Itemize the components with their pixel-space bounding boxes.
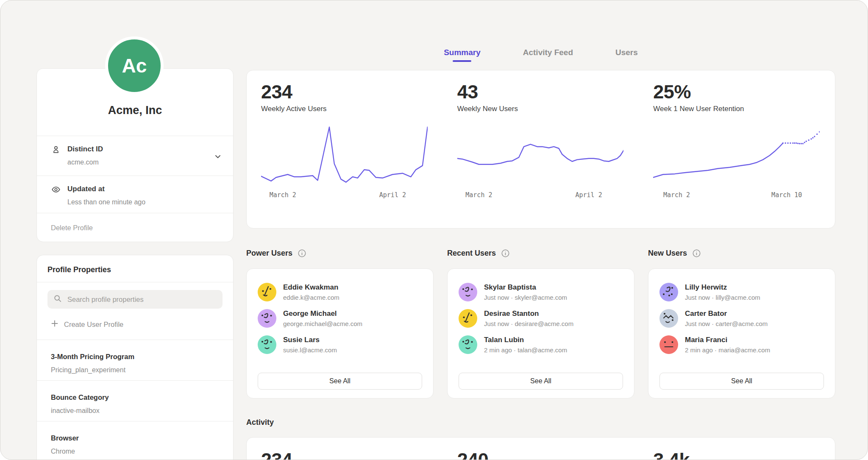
x-axis: March 2March 10	[653, 191, 820, 202]
search-profile-properties[interactable]	[47, 290, 223, 309]
user-name: Eddie Kwakman	[283, 283, 339, 292]
x-axis-label: March 10	[771, 191, 802, 199]
profile-tabs: Summary Activity Feed Users	[246, 48, 835, 62]
power-users-card: Eddie Kwakman eddie.k@acme.com George Mi…	[246, 268, 434, 399]
x-axis-label: April 2	[575, 191, 602, 199]
profile-property-item: Browser Chrome	[37, 421, 233, 460]
avatar-face-icon	[258, 309, 276, 328]
plus-icon	[51, 320, 58, 329]
user-row[interactable]: Desirae Stanton Just now · desirare@acme…	[459, 309, 623, 328]
company-avatar: Ac	[105, 36, 164, 95]
new-users-card: Lilly Herwitz Just now · lilly@acme.com …	[648, 268, 835, 399]
retention-chart	[653, 123, 820, 186]
user-row[interactable]: Maria Franci 2 min ago · maria@acme.com	[659, 335, 824, 354]
user-name: George Michael	[283, 309, 362, 318]
retention-stat: 25% Week 1 New User Retention March 2Mar…	[639, 81, 835, 228]
recent-users-card: Skylar Baptista Just now · skyler@acme.c…	[447, 268, 634, 399]
x-axis-label: March 2	[465, 191, 492, 199]
chevron-down-icon[interactable]	[213, 151, 223, 162]
user-row[interactable]: Talan Lubin 2 min ago · talan@acme.com	[459, 335, 623, 354]
search-icon	[53, 294, 62, 304]
stat-label: Weekly New Users	[457, 105, 624, 113]
property-label: 3-Month Pricing Program	[51, 352, 223, 361]
user-row[interactable]: Skylar Baptista Just now · skyler@acme.c…	[459, 283, 623, 301]
tab-users[interactable]: Users	[615, 48, 638, 62]
weekly-active-users-chart	[261, 123, 428, 186]
user-row[interactable]: Eddie Kwakman eddie.k@acme.com	[258, 283, 422, 301]
property-value: Pricing_plan_experiment	[51, 366, 223, 374]
property-label: Bounce Category	[51, 393, 223, 401]
see-all-button[interactable]: See All	[659, 373, 824, 390]
user-avatar	[459, 283, 477, 301]
profile-property-item: Bounce Category inactive-mailbox	[37, 380, 233, 421]
activity-stat-value: 3.4k	[653, 449, 820, 460]
delete-profile-button[interactable]: Delete Profile	[37, 213, 233, 242]
user-detail: susie.l@acme.com	[283, 346, 337, 354]
user-row[interactable]: Carter Bator Just now · carter@acme.com	[659, 309, 824, 328]
avatar-face-icon	[459, 335, 477, 354]
avatar-face-icon	[258, 283, 276, 301]
user-detail: 2 min ago · maria@acme.com	[685, 346, 770, 354]
field-value: Less than one minute ago	[67, 198, 145, 206]
user-detail: george.michael@acme.com	[283, 320, 362, 328]
updated-at-row: Updated at Less than one minute ago	[37, 176, 233, 213]
tab-activity-feed[interactable]: Activity Feed	[523, 48, 573, 62]
user-name: Carter Bator	[685, 309, 768, 318]
user-avatar	[258, 335, 276, 354]
see-all-button[interactable]: See All	[258, 373, 422, 390]
user-name: Maria Franci	[685, 335, 770, 344]
see-all-button[interactable]: See All	[459, 373, 623, 390]
eye-icon	[51, 185, 61, 194]
profile-properties-list: 3-Month Pricing Program Pricing_plan_exp…	[37, 340, 233, 460]
avatar-face-icon	[459, 309, 477, 328]
tab-summary[interactable]: Summary	[444, 48, 481, 62]
avatar-face-icon	[258, 335, 276, 354]
create-user-profile-button[interactable]: Create User Profile	[47, 315, 223, 334]
new-users-section: New Users Lilly Herwitz Just now · lilly…	[648, 248, 835, 399]
info-icon[interactable]	[692, 249, 701, 258]
person-icon	[51, 145, 61, 154]
weekly-active-users-stat: 234 Weekly Active Users March 2April 2	[247, 81, 443, 228]
stat-label: Week 1 New User Retention	[653, 105, 820, 113]
user-avatar	[659, 309, 678, 328]
weekly-new-users-stat: 43 Weekly New Users March 2April 2	[443, 81, 639, 228]
x-axis: March 2April 2	[457, 191, 624, 202]
weekly-new-users-chart	[457, 123, 624, 186]
user-name: Desirae Stanton	[484, 309, 573, 318]
user-detail: eddie.k@acme.com	[283, 294, 339, 301]
profile-property-item: 3-Month Pricing Program Pricing_plan_exp…	[37, 340, 233, 380]
stat-value: 25%	[653, 81, 820, 103]
user-avatar	[258, 309, 276, 328]
section-title: Power Users	[246, 249, 292, 258]
x-axis-label: March 2	[663, 191, 690, 199]
user-row[interactable]: George Michael george.michael@acme.com	[258, 309, 422, 328]
company-name: Acme, Inc	[108, 104, 162, 117]
activity-stat-value: 240	[457, 449, 624, 460]
x-axis-label: March 2	[270, 191, 296, 199]
user-name: Lilly Herwitz	[685, 283, 760, 292]
info-icon[interactable]	[298, 249, 306, 258]
x-axis: March 2April 2	[261, 191, 428, 202]
section-title: Recent Users	[447, 249, 496, 258]
avatar-face-icon	[659, 335, 678, 354]
user-detail: Just now · lilly@acme.com	[685, 294, 760, 301]
user-name: Talan Lubin	[484, 335, 567, 344]
user-detail: Just now · desirare@acme.com	[484, 320, 573, 328]
info-icon[interactable]	[501, 249, 510, 258]
activity-title: Activity	[246, 418, 274, 427]
search-input[interactable]	[67, 295, 217, 304]
user-avatar	[659, 335, 678, 354]
stat-value: 43	[457, 81, 624, 103]
avatar-face-icon	[659, 309, 678, 328]
user-avatar	[459, 335, 477, 354]
user-detail: 2 min ago · talan@acme.com	[484, 346, 567, 354]
user-avatar	[459, 309, 477, 328]
field-value: acme.com	[67, 158, 103, 167]
user-row[interactable]: Susie Lars susie.l@acme.com	[258, 335, 422, 354]
profile-properties-title: Profile Properties	[37, 255, 233, 282]
user-name: Skylar Baptista	[484, 283, 567, 292]
section-title: New Users	[648, 249, 687, 258]
avatar-face-icon	[459, 283, 477, 301]
distinct-id-row: Distinct ID acme.com	[37, 136, 233, 176]
user-row[interactable]: Lilly Herwitz Just now · lilly@acme.com	[659, 283, 824, 301]
